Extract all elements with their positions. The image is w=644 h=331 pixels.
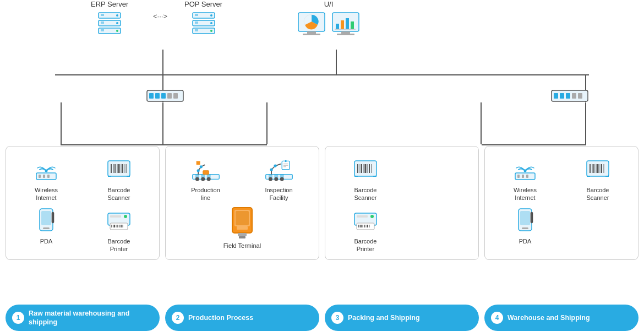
svg-point-9 [116,14,118,17]
section-1-devices: WirelessInternet Barc [12,155,154,253]
device-field-terminal: Field Terminal [223,207,261,249]
device-label-barcode-scanner-3: BarcodeScanner [354,186,377,202]
hline-right-sections2 [482,144,586,145]
vline-erp-backbone [162,50,163,74]
svg-point-23 [210,30,212,32]
switch-right [550,89,589,102]
ui-monitor-1 [297,12,326,42]
svg-rect-50 [43,175,45,178]
label-text-2: Production Process [188,313,253,322]
label-text-3: Packing and Shipping [348,313,420,322]
svg-point-87 [206,177,210,181]
vline-section4 [585,102,586,144]
svg-point-80 [124,215,127,218]
pda-icon-1 [32,207,61,235]
switch-right-icon [550,89,589,102]
vline-switch-left-down [162,102,163,144]
ui-monitor-2 [331,12,360,42]
inspection-arm-icon [265,155,293,184]
svg-rect-34 [341,31,350,34]
device-label-barcode-scanner-4: BarcodeScanner [587,186,609,202]
device-label-wireless-1: WirelessInternet [35,186,58,202]
svg-point-111 [285,160,286,162]
section-1-box: WirelessInternet Barc [6,146,160,260]
label-num-2: 2 [172,312,184,324]
svg-point-106 [274,164,276,167]
svg-rect-40 [167,93,172,99]
svg-point-100 [274,177,278,181]
device-label-field-terminal: Field Terminal [223,242,261,249]
device-pda-1: PDA [32,207,61,253]
device-label-wireless-4: WirelessInternet [514,186,537,202]
erp-pop-connector: <···> [153,12,167,20]
kiosk-icon [228,207,256,240]
device-label-barcode-printer-3: BarcodePrinter [354,237,377,253]
svg-rect-39 [161,93,166,99]
svg-point-145 [524,170,527,172]
ui-group: U/I [297,0,360,42]
bottom-label-4: 4 Warehouse and Shipping [484,305,638,331]
svg-rect-79 [110,215,121,218]
barcode-printer-icon-3 [351,207,380,235]
svg-rect-142 [517,175,520,178]
svg-rect-37 [149,93,154,99]
vline-section1 [61,102,62,144]
vline-ui-backbone [336,50,337,74]
device-label-pda-1: PDA [40,237,53,245]
svg-rect-139 [357,215,368,218]
bottom-labels-container: 1 Raw material warehousing and shipping … [6,305,638,331]
svg-rect-116 [238,233,247,236]
svg-rect-26 [307,31,316,34]
device-barcode-scanner-3: BarcodeScanner [351,155,380,202]
pop-server-icon [190,10,217,41]
svg-rect-44 [560,93,564,99]
vline-section2 [266,102,268,144]
label-num-1: 1 [12,312,24,324]
svg-rect-41 [173,93,178,99]
section-2-box: Productionline [165,146,319,260]
device-barcode-scanner-4: BarcodeScanner [583,155,612,202]
svg-point-10 [116,22,118,24]
switch-left [146,89,184,102]
backbone-line [55,74,589,75]
device-label-barcode-scanner-1: BarcodeScanner [108,186,130,202]
svg-point-93 [199,165,202,168]
svg-point-52 [45,170,48,172]
wifi-router-icon-1 [32,155,61,184]
device-barcode-scanner-1: BarcodeScanner [105,155,133,202]
svg-point-99 [268,177,272,181]
svg-rect-159 [522,227,528,229]
svg-rect-117 [239,236,245,238]
barcode-scanner-icon-3 [351,155,380,184]
svg-rect-31 [346,18,349,29]
pop-server-group: POP Server [184,0,222,41]
device-barcode-printer-3: BarcodePrinter [351,207,380,253]
device-barcode-printer-1: BarcodePrinter [105,207,133,253]
svg-rect-45 [566,93,570,99]
barcode-scanner-icon-1 [105,155,133,184]
section-3-box: BarcodeScanner [325,146,479,260]
svg-rect-35 [337,34,354,35]
field-terminal-row: Field Terminal [171,207,313,249]
svg-point-86 [201,177,205,181]
erp-server-icon [96,10,123,41]
svg-rect-114 [236,211,249,225]
svg-point-101 [280,177,283,181]
svg-rect-115 [237,226,248,230]
svg-rect-51 [47,175,50,178]
device-inspection-facility: InspectionFacility [265,155,293,202]
svg-rect-68 [52,212,54,223]
svg-rect-49 [39,175,41,178]
device-wireless-internet-1: WirelessInternet [32,155,61,202]
svg-rect-130 [357,223,374,230]
svg-rect-67 [43,227,50,229]
svg-rect-158 [520,211,530,225]
svg-rect-160 [531,212,533,223]
svg-rect-94 [196,161,200,165]
svg-point-11 [116,30,118,32]
svg-point-21 [210,14,212,17]
section-3-devices: BarcodeScanner [331,155,473,253]
bottom-label-2: 2 Production Process [165,305,319,331]
svg-rect-29 [336,24,339,29]
section-boxes-container: WirelessInternet Barc [6,146,638,260]
